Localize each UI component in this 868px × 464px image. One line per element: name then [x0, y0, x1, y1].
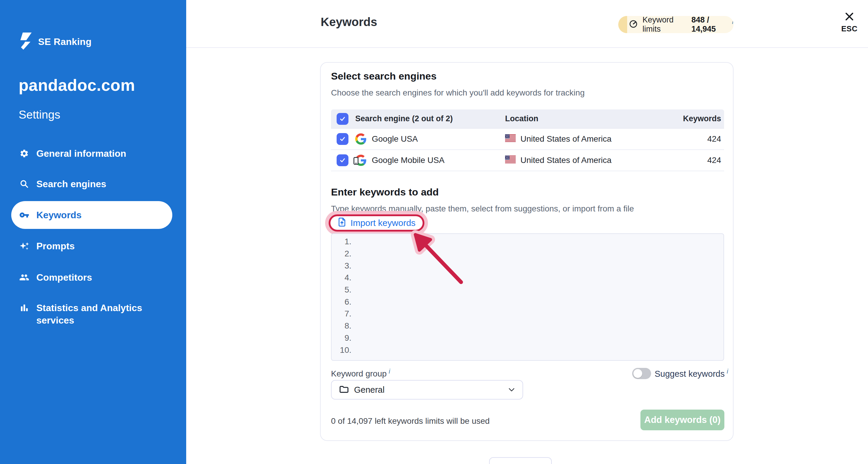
sidebar: SE Ranking pandadoc.com Settings General… — [0, 0, 186, 464]
engine-name: Google Mobile USA — [372, 155, 444, 165]
engine-location: United States of America — [521, 134, 612, 144]
line-number: 3. — [332, 260, 351, 272]
engine-name: Google USA — [372, 134, 418, 144]
sidebar-item-label: Prompts — [36, 241, 75, 252]
line-number: 10. — [332, 344, 351, 356]
google-icon — [355, 134, 367, 145]
select-all-checkbox[interactable] — [337, 113, 348, 125]
sidebar-item-prompts[interactable]: Prompts — [0, 232, 186, 260]
column-header-engine: Search engine (2 out of 2) — [355, 114, 505, 123]
enter-keywords-heading: Enter keywords to add — [331, 186, 439, 198]
header-divider — [186, 47, 868, 48]
limits-label: Keyword limits — [643, 16, 687, 33]
line-number: 5. — [332, 284, 351, 296]
check-icon — [339, 115, 346, 123]
sidebar-item-general-information[interactable]: General information — [0, 140, 186, 167]
keywords-textarea[interactable]: 1. 2. 3. 4. 5. 6. 7. 8. 9. 10. — [331, 233, 724, 361]
add-keywords-button[interactable]: Add keywords (0) — [641, 410, 724, 430]
se-ranking-logo[interactable]: SE Ranking — [19, 32, 92, 51]
line-number: 7. — [332, 308, 351, 320]
keyword-group-value: General — [354, 385, 384, 395]
sidebar-item-statistics-analytics[interactable]: Statistics and Analytics services — [0, 296, 186, 326]
gear-icon — [19, 148, 29, 158]
suggest-keywords-toggle[interactable] — [632, 368, 651, 379]
folder-icon — [339, 385, 349, 395]
sidebar-item-keywords[interactable]: Keywords — [11, 201, 172, 229]
line-number: 4. — [332, 272, 351, 284]
phone-icon — [353, 157, 359, 167]
row-checkbox[interactable] — [337, 154, 348, 166]
engine-keyword-count: 424 — [671, 134, 724, 144]
line-number: 2. — [332, 248, 351, 260]
sidebar-item-label: General information — [36, 148, 126, 159]
table-row-google-mobile-usa: Google Mobile USA United States of Ameri… — [331, 150, 724, 171]
keyword-group-label: Keyword groupi — [331, 369, 390, 379]
sidebar-item-label: Search engines — [36, 179, 106, 190]
import-keywords-button[interactable]: Import keywords — [329, 214, 424, 232]
select-engines-description: Choose the search engines for which you'… — [331, 88, 585, 97]
limits-value: 848 / 14,945 — [691, 16, 730, 33]
file-upload-icon — [338, 218, 346, 229]
logo-text: SE Ranking — [38, 36, 92, 47]
table-row-google-usa: Google USA United States of America 424 — [331, 128, 724, 150]
select-engines-heading: Select search engines — [331, 70, 436, 82]
bar-chart-icon — [19, 303, 29, 313]
bottom-partial-button[interactable] — [489, 457, 552, 464]
line-number: 6. — [332, 296, 351, 308]
enter-keywords-description: Type keywords manually, paste them, sele… — [331, 204, 634, 213]
add-keywords-card: Select search engines Choose the search … — [320, 62, 734, 441]
keyword-limits-badge: Keyword limits 848 / 14,945 i — [618, 16, 734, 33]
us-flag-icon — [505, 155, 516, 165]
google-mobile-icon — [355, 155, 367, 166]
column-header-location: Location — [505, 114, 671, 123]
info-superscript[interactable]: i — [727, 368, 728, 375]
section-title: Settings — [19, 108, 60, 121]
search-engines-table: Search engine (2 out of 2) Location Keyw… — [331, 109, 724, 171]
limits-progress-segment — [618, 16, 627, 33]
chevron-down-icon — [508, 388, 515, 392]
info-superscript[interactable]: i — [389, 368, 390, 375]
esc-label: ESC — [839, 24, 860, 33]
page-title: Keywords — [321, 16, 377, 29]
sidebar-item-search-engines[interactable]: Search engines — [0, 170, 186, 198]
gauge-icon — [629, 20, 638, 30]
check-icon — [339, 156, 346, 164]
line-number: 8. — [332, 320, 351, 332]
line-number: 1. — [332, 236, 351, 248]
engine-location: United States of America — [521, 155, 612, 165]
people-icon — [19, 272, 29, 283]
key-icon — [19, 210, 29, 220]
check-icon — [339, 135, 346, 143]
toggle-knob — [633, 369, 642, 378]
keyword-limits-usage-text: 0 of 14,097 left keywords limits will be… — [331, 416, 490, 426]
sidebar-item-label: Keywords — [36, 210, 82, 221]
import-keywords-label: Import keywords — [350, 218, 415, 228]
line-number: 9. — [332, 332, 351, 344]
row-checkbox[interactable] — [337, 133, 348, 145]
project-name: pandadoc.com — [19, 76, 135, 95]
close-dialog-button[interactable]: ESC — [839, 11, 860, 33]
suggest-keywords-label: Suggest keywordsi — [655, 369, 728, 379]
table-header-row: Search engine (2 out of 2) Location Keyw… — [331, 109, 724, 128]
se-ranking-bolt-icon — [19, 32, 32, 51]
close-icon — [844, 18, 855, 23]
sparkles-icon — [19, 241, 29, 251]
sidebar-item-competitors[interactable]: Competitors — [0, 263, 186, 291]
keyword-group-dropdown[interactable]: General — [331, 380, 523, 400]
sidebar-item-label: Statistics and Analytics services — [36, 302, 163, 326]
column-header-keywords: Keywords — [671, 114, 724, 123]
engine-keyword-count: 424 — [671, 155, 724, 165]
sidebar-item-label: Competitors — [36, 272, 92, 283]
us-flag-icon — [505, 134, 516, 144]
search-icon — [19, 179, 29, 189]
